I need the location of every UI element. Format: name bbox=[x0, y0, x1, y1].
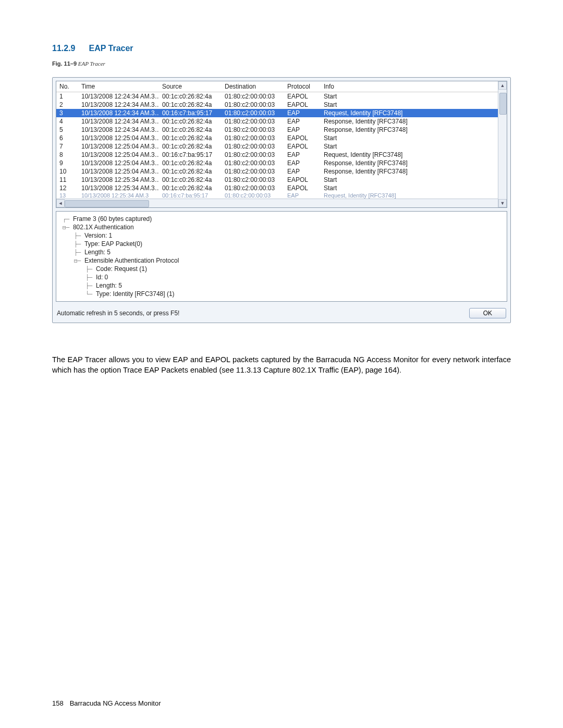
table-row[interactable]: 510/13/2008 12:24:34 AM.3…00:1c:c0:26:82… bbox=[56, 126, 507, 134]
cell-no: 5 bbox=[56, 126, 78, 134]
tree-branch-icon: ├─ bbox=[85, 266, 96, 273]
cell-dst: 01:80:c2:00:00:03 bbox=[222, 142, 284, 151]
cell-time: 10/13/2008 12:25:34 AM.3… bbox=[78, 176, 159, 184]
table-row[interactable]: 610/13/2008 12:25:04 AM.3…00:1c:c0:26:82… bbox=[56, 134, 507, 142]
tree-branch-icon: ├─ bbox=[85, 282, 96, 289]
scroll-up-icon[interactable]: ▲ bbox=[498, 81, 507, 90]
tree-branch-icon: └─ bbox=[85, 291, 96, 298]
page-number: 158 bbox=[52, 699, 68, 707]
tree-node-label: Type: EAP Packet(0) bbox=[84, 240, 142, 248]
cell-time: 10/13/2008 12:25:34 AM.3 bbox=[78, 192, 159, 199]
window-footer: Automatic refresh in 5 seconds, or press… bbox=[53, 305, 510, 323]
col-header-protocol[interactable]: Protocol bbox=[284, 81, 321, 92]
cell-dst: 01:80:c2:00:00:03 bbox=[222, 101, 284, 109]
cell-no: 1 bbox=[56, 92, 78, 101]
table-row[interactable]: 210/13/2008 12:24:34 AM.3…00:1c:c0:26:82… bbox=[56, 101, 507, 109]
table-row[interactable]: 810/13/2008 12:25:04 AM.3…00:16:c7:ba:95… bbox=[56, 151, 507, 159]
table-row[interactable]: 410/13/2008 12:24:34 AM.3…00:1c:c0:26:82… bbox=[56, 117, 507, 126]
cell-time: 10/13/2008 12:25:04 AM.3… bbox=[78, 159, 159, 167]
figure-caption: Fig. 11–9 EAP Tracer bbox=[52, 60, 511, 67]
scroll-down-icon[interactable]: ▼ bbox=[498, 199, 507, 207]
table-row[interactable]: 1010/13/2008 12:25:04 AM.3…00:1c:c0:26:8… bbox=[56, 167, 507, 176]
cell-time: 10/13/2008 12:24:34 AM.3… bbox=[78, 109, 159, 117]
cell-src: 00:1c:c0:26:82:4a bbox=[159, 142, 222, 151]
cell-time: 10/13/2008 12:24:34 AM.3… bbox=[78, 126, 159, 134]
tree-node-label: Extensible Authentication Protocol bbox=[84, 257, 179, 264]
tree-branch-icon: ├─ bbox=[74, 241, 84, 248]
cell-proto: EAP bbox=[284, 151, 321, 159]
table-row[interactable]: 110/13/2008 12:24:34 AM.3…00:1c:c0:26:82… bbox=[56, 92, 507, 101]
collapse-icon[interactable]: ⊟─ bbox=[74, 257, 84, 264]
collapse-icon[interactable]: ⊟─ bbox=[63, 224, 73, 231]
tree-node-label: Type: Identity [RFC3748] (1) bbox=[96, 290, 175, 298]
vertical-scrollbar[interactable]: ▲ ▼ bbox=[498, 81, 507, 207]
cell-proto: EAPOL bbox=[284, 101, 321, 109]
horizontal-scrollbar[interactable]: ◄ ► bbox=[56, 199, 507, 207]
cell-src: 00:1c:c0:26:82:4a bbox=[159, 184, 222, 192]
ok-button[interactable]: OK bbox=[469, 308, 506, 318]
tree-node[interactable]: ├─ Id: 0 bbox=[60, 273, 503, 281]
tree-node[interactable]: ├─ Length: 5 bbox=[60, 281, 503, 290]
tree-node[interactable]: ├─ Code: Request (1) bbox=[60, 265, 503, 273]
section-number: 11.2.9 bbox=[52, 44, 87, 53]
cell-src: 00:16:c7:ba:95:17 bbox=[159, 192, 222, 199]
col-header-time[interactable]: Time bbox=[78, 81, 159, 92]
scroll-left-icon[interactable]: ◄ bbox=[56, 199, 65, 207]
cell-info: Request, Identity [RFC3748] bbox=[321, 151, 498, 159]
tree-node[interactable]: ⊟─ 802.1X Authentication bbox=[60, 223, 503, 231]
cell-no: 6 bbox=[56, 134, 78, 142]
cell-proto: EAP bbox=[284, 192, 321, 199]
table-row[interactable]: 710/13/2008 12:25:04 AM.3…00:1c:c0:26:82… bbox=[56, 142, 507, 151]
tree-node[interactable]: ├─ Length: 5 bbox=[60, 248, 503, 256]
cell-proto: EAP bbox=[284, 159, 321, 167]
cell-time: 10/13/2008 12:25:04 AM.3… bbox=[78, 151, 159, 159]
cell-time: 10/13/2008 12:25:04 AM.3… bbox=[78, 142, 159, 151]
packet-detail-tree[interactable]: ┌─ Frame 3 (60 bytes captured)⊟─ 802.1X … bbox=[56, 211, 507, 302]
cell-proto: EAP bbox=[284, 109, 321, 117]
col-header-no[interactable]: No. bbox=[56, 81, 78, 92]
tree-node[interactable]: ├─ Version: 1 bbox=[60, 231, 503, 240]
cell-proto: EAPOL bbox=[284, 142, 321, 151]
cell-dst: 01:80:c2:00:00:03 bbox=[222, 176, 284, 184]
tree-node[interactable]: └─ Type: Identity [RFC3748] (1) bbox=[60, 290, 503, 298]
table-row[interactable]: 1110/13/2008 12:25:34 AM.3…00:1c:c0:26:8… bbox=[56, 176, 507, 184]
cell-no: 13 bbox=[56, 192, 78, 199]
cell-src: 00:1c:c0:26:82:4a bbox=[159, 92, 222, 101]
cell-proto: EAPOL bbox=[284, 176, 321, 184]
section-title: EAP Tracer bbox=[89, 44, 133, 53]
cell-info: Start bbox=[321, 184, 498, 192]
cell-no: 7 bbox=[56, 142, 78, 151]
cell-no: 3 bbox=[56, 109, 78, 117]
cell-info: Start bbox=[321, 176, 498, 184]
col-header-destination[interactable]: Destination bbox=[222, 81, 284, 92]
tree-branch-icon: ├─ bbox=[74, 249, 84, 256]
scroll-thumb[interactable] bbox=[499, 93, 507, 115]
cell-time: 10/13/2008 12:25:04 AM.3… bbox=[78, 134, 159, 142]
status-text: Automatic refresh in 5 seconds, or press… bbox=[57, 310, 179, 317]
tree-node-label: 802.1X Authentication bbox=[73, 224, 134, 231]
tree-node-label: Length: 5 bbox=[84, 249, 111, 256]
hscroll-thumb[interactable] bbox=[65, 200, 149, 207]
tree-node[interactable]: ├─ Type: EAP Packet(0) bbox=[60, 240, 503, 248]
cell-no: 8 bbox=[56, 151, 78, 159]
table-row[interactable]: 910/13/2008 12:25:04 AM.3…00:1c:c0:26:82… bbox=[56, 159, 507, 167]
packet-table[interactable]: No. Time Source Destination Protocol Inf… bbox=[56, 81, 507, 199]
cell-no: 10 bbox=[56, 167, 78, 176]
cell-proto: EAPOL bbox=[284, 134, 321, 142]
cell-info: Response, Identity [RFC3748] bbox=[321, 159, 498, 167]
cell-no: 12 bbox=[56, 184, 78, 192]
cell-dst: 01:80:c2:00:00:03 bbox=[222, 126, 284, 134]
footer-title: Barracuda NG Access Monitor bbox=[70, 699, 161, 707]
tree-node[interactable]: ⊟─ Extensible Authentication Protocol bbox=[60, 256, 503, 265]
cell-dst: 01:80:c2:00:00:03 bbox=[222, 192, 284, 199]
col-header-info[interactable]: Info bbox=[321, 81, 498, 92]
cell-info: Start bbox=[321, 92, 498, 101]
cell-dst: 01:80:c2:00:00:03 bbox=[222, 184, 284, 192]
tree-node-label: Length: 5 bbox=[96, 282, 122, 289]
col-header-source[interactable]: Source bbox=[159, 81, 222, 92]
table-header-row[interactable]: No. Time Source Destination Protocol Inf… bbox=[56, 81, 507, 92]
table-row[interactable]: 1210/13/2008 12:25:34 AM.3…00:1c:c0:26:8… bbox=[56, 184, 507, 192]
tree-node[interactable]: ┌─ Frame 3 (60 bytes captured) bbox=[60, 215, 503, 223]
table-row-partial[interactable]: 1310/13/2008 12:25:34 AM.300:16:c7:ba:95… bbox=[56, 192, 507, 199]
table-row[interactable]: 310/13/2008 12:24:34 AM.3…00:16:c7:ba:95… bbox=[56, 109, 507, 117]
